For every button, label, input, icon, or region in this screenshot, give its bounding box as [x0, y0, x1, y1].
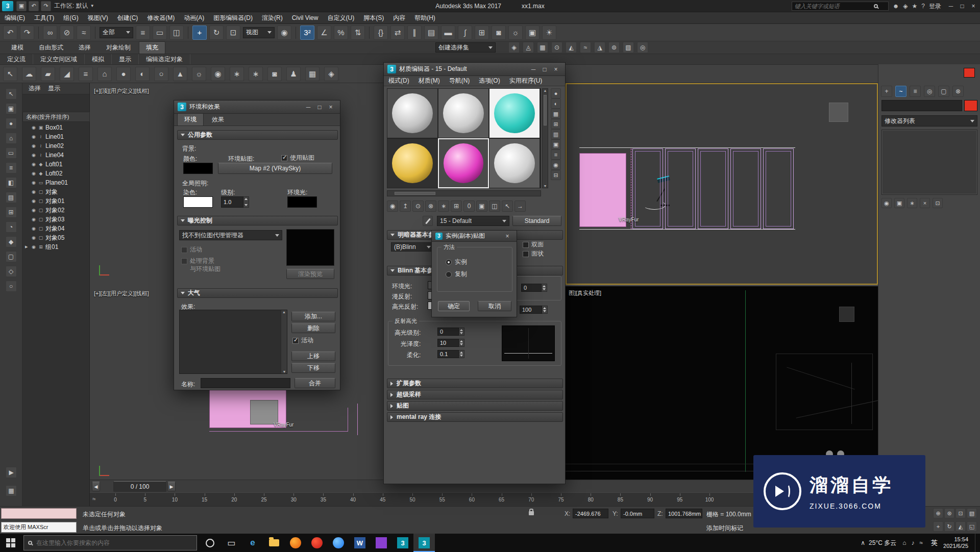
zoom-icon[interactable]: ⊕	[933, 508, 943, 518]
ribbon-panel-button[interactable]: 显示	[112, 54, 139, 64]
material-name-dropdown[interactable]: 15 - Default	[437, 216, 509, 226]
delete-effect-button[interactable]: 删除	[291, 323, 335, 333]
tab-environment[interactable]: 环境	[177, 113, 204, 126]
curve-editor-icon[interactable]: ∫	[458, 26, 472, 40]
secondary-toolbar-icon-4[interactable]: ⊙	[551, 42, 562, 53]
ok-button[interactable]: 确定	[438, 301, 470, 311]
file-explorer-icon[interactable]	[263, 534, 285, 552]
create-tab-icon[interactable]: +	[881, 86, 892, 97]
mini-curve-toggle-icon[interactable]: ≈	[92, 495, 96, 503]
workspace-dropdown[interactable]: 工作区: 默认 ▼	[54, 2, 94, 10]
time-slider-handle[interactable]: 0 / 100	[113, 481, 166, 492]
3dsmax-icon[interactable]: 3	[392, 534, 413, 552]
make-preview-icon[interactable]: ▣	[551, 139, 561, 149]
explorer-menu-select[interactable]: 选择	[29, 84, 41, 93]
menu-item[interactable]: 内容	[388, 12, 410, 23]
browser-icon[interactable]	[306, 534, 328, 552]
tab-effects[interactable]: 效果	[205, 113, 231, 126]
object-color-swatch[interactable]	[964, 100, 977, 111]
expand-icon[interactable]: ▶	[25, 245, 30, 249]
infocenter-search-input[interactable]	[795, 3, 871, 9]
menu-item[interactable]: 图形编辑器(D)	[209, 12, 257, 23]
merge-button[interactable]: 合并	[295, 378, 335, 388]
faceted-checkbox[interactable]: 面状	[523, 249, 544, 258]
put-to-scene-icon[interactable]: ↥	[400, 200, 411, 212]
menu-item[interactable]: 视图(V)	[83, 12, 113, 23]
ribbon-panel-button[interactable]: 定义空间区域	[33, 54, 85, 64]
sample-slot-4[interactable]	[387, 138, 438, 188]
favorites-icon[interactable]: ★	[912, 3, 918, 10]
tray-expand-icon[interactable]: ∧	[861, 539, 865, 546]
process-background-checkbox[interactable]: 处理背景	[181, 257, 214, 265]
start-button[interactable]	[0, 534, 21, 552]
atmosphere-active-checkbox[interactable]: 活动	[292, 336, 313, 345]
close-icon[interactable]: ×	[968, 2, 979, 11]
cortana-icon[interactable]	[199, 534, 220, 552]
ambient-color-swatch[interactable]	[287, 196, 317, 208]
get-material-icon[interactable]: ◉	[387, 200, 398, 212]
modifier-list-dropdown[interactable]: 修改器列表	[881, 115, 977, 127]
show-map-in-viewport-icon[interactable]: ▣	[476, 200, 487, 212]
select-tool-icon[interactable]: ↖	[3, 67, 17, 81]
sample-tiling-icon[interactable]: ⊞	[551, 119, 561, 129]
minimize-icon[interactable]: ─	[528, 65, 539, 73]
visibility-eye-icon[interactable]: ◉	[30, 180, 37, 185]
rollout-collapsed[interactable]: mental ray 连接	[387, 412, 563, 422]
select-and-rotate-icon[interactable]: ↻	[209, 26, 224, 40]
render-preview-button[interactable]: 渲染预览	[286, 269, 334, 279]
visibility-eye-icon[interactable]: ◉	[30, 244, 37, 249]
volume-icon[interactable]: ♪	[911, 539, 914, 546]
sample-horizontal-scrollbar[interactable]	[387, 190, 541, 196]
rendered-frame-window-icon[interactable]: ▣	[525, 26, 540, 40]
material-editor-menu-item[interactable]: 模式(D)	[384, 76, 414, 86]
specular-level-spinner[interactable]: 0	[437, 328, 459, 336]
menu-item[interactable]: Civil View	[287, 12, 323, 23]
selfillum-spinner[interactable]: 0	[521, 284, 542, 292]
fov-icon[interactable]: ◭	[955, 521, 966, 532]
x-coordinate-field[interactable]: -2469.676	[573, 509, 608, 518]
visibility-eye-icon[interactable]: ◉	[30, 143, 37, 148]
visibility-eye-icon[interactable]: ◉	[30, 226, 37, 231]
dialog-title-bar[interactable]: 3 实例(副本)贴图 ×	[432, 231, 517, 242]
search-icon[interactable]	[874, 4, 878, 8]
go-to-parent-icon[interactable]: ↖	[502, 200, 513, 212]
show-end-result-icon[interactable]: ▣	[894, 198, 904, 208]
align-icon[interactable]: ∥	[407, 26, 422, 40]
rollout-common-parameters[interactable]: 公用参数	[177, 130, 338, 140]
move-down-button[interactable]: 下移	[291, 363, 335, 373]
ribbon-tab[interactable]: 填充	[139, 41, 165, 54]
close-icon[interactable]: ×	[502, 232, 513, 240]
explorer-row[interactable]: ◉≀Line04	[22, 150, 90, 160]
ribbon-panel-button[interactable]: 模拟	[85, 54, 112, 64]
grid-tool-icon[interactable]: ▦	[305, 67, 320, 81]
help-icon[interactable]: ?	[921, 3, 925, 10]
pin-stack-icon[interactable]: ◉	[881, 198, 892, 208]
dock-gem-icon[interactable]: ◇	[6, 266, 17, 277]
redo-icon[interactable]: ↷	[20, 26, 34, 40]
ribbon-panel-button[interactable]: 编辑选定对象	[139, 54, 190, 64]
user-icon[interactable]: ☻	[893, 3, 899, 10]
display-tab-icon[interactable]: ▢	[938, 86, 949, 97]
explorer-menu-display[interactable]: 显示	[48, 84, 60, 93]
move-up-button[interactable]: 上移	[291, 352, 335, 361]
maxscript-mini-listener[interactable]: 欢迎使用 MAXScr	[1, 522, 77, 533]
add-time-tag[interactable]: 添加时间标记	[706, 524, 743, 533]
copy-radio[interactable]: 复制	[446, 270, 467, 279]
viewport-layout-icon[interactable]: ▦	[6, 485, 17, 496]
rollout-atmosphere[interactable]: 大气	[177, 288, 338, 298]
menu-item[interactable]: 动画(A)	[179, 12, 209, 23]
visibility-eye-icon[interactable]: ◉	[30, 125, 37, 130]
material-editor-menu-item[interactable]: 实用程序(U)	[505, 76, 547, 86]
viewcube[interactable]	[829, 103, 848, 122]
taskbar-search-input[interactable]	[36, 539, 179, 546]
select-by-name-icon[interactable]: ≡	[136, 26, 150, 40]
scroll-down-icon[interactable]: ▼	[281, 370, 287, 373]
dialog-title-bar[interactable]: 3 环境和效果 ─□×	[174, 101, 340, 114]
rollout-collapsed[interactable]: 贴图	[387, 401, 563, 411]
network-icon[interactable]: ≈	[919, 539, 923, 546]
pan-icon[interactable]: +	[933, 521, 943, 532]
minimize-icon[interactable]: ─	[945, 2, 957, 11]
schematic-view-icon[interactable]: ⊞	[475, 26, 489, 40]
dock-list-icon[interactable]: ≡	[6, 162, 17, 173]
clock[interactable]: 15:54 2021/6/25	[943, 536, 971, 549]
